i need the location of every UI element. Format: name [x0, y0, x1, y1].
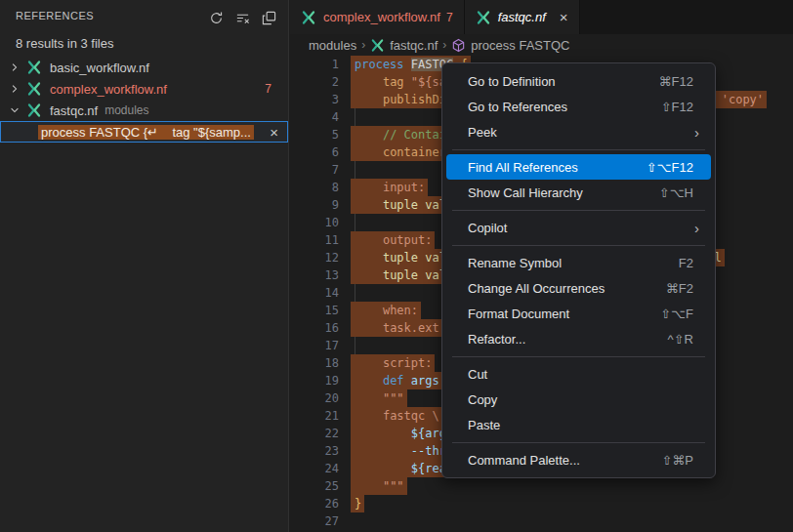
nextflow-file-icon	[301, 10, 317, 25]
chevron-right-icon: ›	[361, 38, 365, 52]
tab-fastqc-nf[interactable]: fastqc.nf×	[465, 0, 580, 34]
nextflow-file-icon	[26, 81, 43, 97]
nextflow-file-icon	[26, 102, 43, 118]
menu-item-copilot[interactable]: Copilot›	[446, 215, 711, 240]
tab-bar: complex_workflow.nf7fastqc.nf×	[290, 0, 793, 34]
menu-separator	[452, 442, 705, 443]
line-number: 22	[290, 425, 339, 442]
line-number: 2	[290, 73, 339, 91]
menu-item-label: Paste	[468, 418, 500, 432]
menu-shortcut: ^⇧R	[668, 332, 701, 347]
references-header: REFERENCES	[0, 0, 288, 31]
menu-item-peek[interactable]: Peek›	[446, 119, 711, 144]
line-number: 21	[290, 407, 339, 425]
refresh-icon[interactable]	[206, 8, 226, 27]
menu-item-label: Cut	[468, 367, 487, 382]
line-number: 15	[290, 302, 339, 319]
line-number: 17	[290, 337, 339, 354]
menu-item-label: Peek	[468, 125, 497, 140]
file-name: complex_workflow.nf	[50, 82, 167, 97]
menu-shortcut: ⇧⌘P	[661, 453, 701, 468]
menu-shortcut: ⇧⌥H	[659, 185, 701, 200]
symbol-namespace-icon	[451, 38, 466, 53]
menu-item-go-to-definition[interactable]: Go to Definition⌘F12	[446, 68, 711, 94]
clear-all-icon[interactable]	[232, 8, 252, 27]
menu-item-change-all-occurrences[interactable]: Change All Occurrences⌘F2	[446, 275, 711, 301]
line-number: 25	[290, 477, 339, 495]
line-number: 9	[290, 196, 339, 214]
submenu-arrow-icon: ›	[694, 124, 701, 141]
breadcrumb-item-file[interactable]: fastqc.nf	[390, 38, 438, 53]
problem-count-badge: 7	[265, 82, 271, 96]
code-line[interactable]: """	[355, 389, 407, 407]
menu-item-refactor[interactable]: Refactor...^⇧R	[446, 326, 711, 351]
line-number: 24	[290, 460, 339, 477]
menu-item-go-to-references[interactable]: Go to References⇧F12	[446, 94, 711, 119]
menu-item-label: Show Call Hierarchy	[468, 185, 583, 200]
menu-shortcut: ⇧⌥F	[660, 307, 701, 321]
results-summary: 8 results in 3 files	[16, 36, 113, 51]
menu-item-find-all-references[interactable]: Find All References⇧⌥F12	[446, 154, 711, 180]
line-number: 3	[290, 91, 339, 108]
line-number: 1	[290, 56, 339, 73]
file-name: basic_workflow.nf	[50, 61, 149, 75]
line-number: 16	[290, 319, 339, 337]
breadcrumb-item-modules[interactable]: modules	[309, 38, 356, 53]
line-number: 5	[290, 126, 339, 143]
close-icon[interactable]: ×	[270, 125, 278, 140]
menu-item-label: Go to References	[468, 100, 567, 114]
code-line[interactable]: script:	[355, 354, 435, 372]
menu-item-cut[interactable]: Cut	[446, 361, 711, 387]
nextflow-file-icon	[476, 10, 492, 25]
menu-item-show-call-hierarchy[interactable]: Show Call Hierarchy⇧⌥H	[446, 180, 711, 205]
line-number: 19	[290, 372, 339, 389]
code-line[interactable]: output:	[355, 231, 435, 249]
menu-item-format-document[interactable]: Format Document⇧⌥F	[446, 301, 711, 326]
tree-item-fastqc-nf[interactable]: fastqc.nfmodules	[0, 100, 288, 121]
code-line[interactable]: when:	[355, 302, 421, 319]
line-number: 14	[290, 284, 339, 302]
references-title: REFERENCES	[16, 10, 94, 21]
line-number: 8	[290, 179, 339, 196]
menu-item-paste[interactable]: Paste	[446, 412, 711, 437]
menu-item-command-palette[interactable]: Command Palette...⇧⌘P	[446, 447, 711, 472]
close-icon[interactable]: ×	[560, 9, 568, 25]
menu-item-copy[interactable]: Copy	[446, 387, 711, 412]
menu-shortcut: F2	[679, 256, 701, 270]
references-sidebar: REFERENCES 8 results in 3 files basic_wo…	[0, 0, 289, 532]
code-line[interactable]: input:	[355, 179, 428, 196]
line-number: 13	[290, 266, 339, 284]
code-line[interactable]: """	[355, 477, 407, 495]
references-actions	[206, 8, 278, 27]
breadcrumb-item-symbol[interactable]: process FASTQC	[471, 38, 569, 53]
tree-item-basic-workflow-nf[interactable]: basic_workflow.nf	[0, 57, 288, 78]
nextflow-file-icon	[370, 38, 385, 53]
menu-item-rename-symbol[interactable]: Rename SymbolF2	[446, 250, 711, 275]
tree-item-complex-workflow-nf[interactable]: complex_workflow.nf7	[0, 78, 288, 100]
tab-label: complex_workflow.nf	[323, 10, 440, 24]
chevron-right-icon[interactable]	[6, 60, 23, 75]
file-tree: basic_workflow.nfcomplex_workflow.nf7fas…	[0, 57, 288, 143]
code-line[interactable]: fastqc \	[355, 407, 442, 425]
menu-shortcut: ⇧⌥F12	[647, 160, 701, 175]
reference-result-item[interactable]: process FASTQC {↵ tag "${samp...×	[0, 121, 288, 143]
code-line[interactable]: }	[355, 495, 364, 512]
submenu-arrow-icon: ›	[694, 220, 701, 236]
file-description: modules	[104, 103, 148, 117]
menu-item-label: Command Palette...	[468, 453, 580, 468]
context-menu: Go to Definition⌘F12Go to References⇧F12…	[441, 62, 716, 478]
menu-item-label: Refactor...	[468, 332, 525, 347]
chevron-right-icon[interactable]	[6, 81, 23, 97]
line-number: 18	[290, 354, 339, 372]
menu-item-label: Copilot	[468, 221, 507, 235]
chevron-down-icon[interactable]	[6, 102, 23, 118]
tab-complex-workflow-nf[interactable]: complex_workflow.nf7	[290, 0, 465, 34]
copy-results-icon[interactable]	[259, 8, 278, 27]
menu-item-label: Find All References	[468, 160, 578, 175]
menu-separator	[452, 245, 705, 246]
menu-item-label: Copy	[468, 392, 497, 407]
vscode-window: REFERENCES 8 results in 3 files basic_wo…	[0, 0, 793, 532]
breadcrumb: modules › fastqc.nf › process FASTQC	[290, 34, 793, 56]
menu-separator	[452, 356, 705, 357]
line-number: 27	[290, 512, 339, 530]
